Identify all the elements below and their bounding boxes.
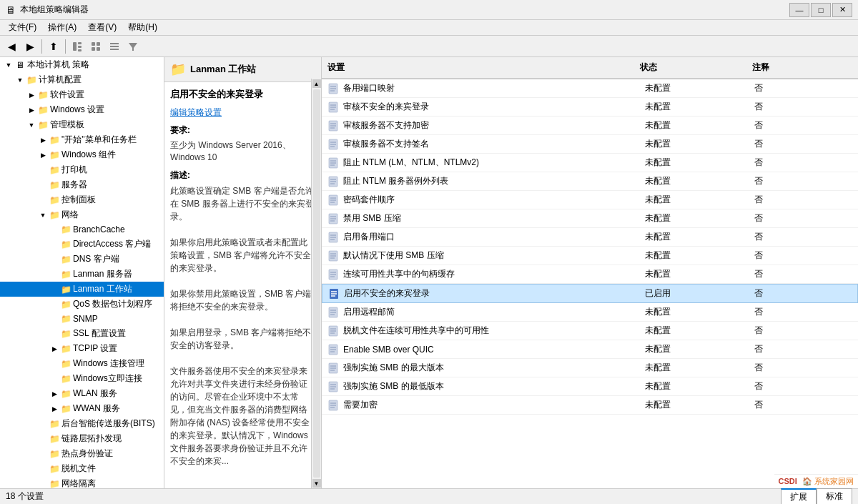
menu-file[interactable]: 文件(F) — [3, 20, 42, 35]
tree-hotspot[interactable]: ▶ 📁 热点身份验证 — [0, 446, 164, 461]
toolbar-btn2[interactable] — [87, 38, 104, 55]
setting-icon — [326, 398, 340, 412]
settings-row[interactable]: 审核不安全的来宾登录未配置否 — [322, 98, 858, 117]
settings-row[interactable]: 强制实施 SMB 的最大版本未配置否 — [322, 359, 858, 377]
settings-row[interactable]: 启用备用端口未配置否 — [322, 228, 858, 247]
settings-row[interactable]: 密码套件顺序未配置否 — [322, 191, 858, 209]
tree-admin-template[interactable]: ▼ 📁 管理模板 — [0, 117, 164, 132]
setting-icon — [326, 230, 340, 244]
scroll-up-btn[interactable]: ▲ — [312, 79, 321, 88]
settings-row[interactable]: 审核服务器不支持签名未配置否 — [322, 135, 858, 154]
tree-win-conn-mgmt[interactable]: ▶ 📁 Windows 连接管理 — [0, 356, 164, 371]
row-note: 否 — [749, 267, 858, 282]
middle-scrollbar[interactable]: ▲ ▼ — [311, 79, 321, 488]
tree-directaccess[interactable]: ▶ 📁 DirectAccess 客户端 — [0, 237, 164, 252]
toolbar: ◀ ▶ ⬆ — [0, 36, 858, 57]
tree-server[interactable]: ▶ 📁 服务器 — [0, 177, 164, 192]
toolbar-back[interactable]: ◀ — [3, 38, 20, 55]
toolbar-show-hide-tree[interactable] — [69, 38, 86, 55]
tab-standard[interactable]: 标准 — [817, 488, 852, 504]
toolbar-btn3[interactable] — [106, 38, 123, 55]
minimize-button[interactable]: — — [789, 3, 809, 17]
row-note: 否 — [749, 155, 858, 170]
expand-dns: ▶ — [49, 254, 60, 265]
settings-row[interactable]: 禁用 SMB 压缩未配置否 — [322, 209, 858, 228]
row-name: 审核服务器不支持签名 — [340, 137, 639, 152]
tree-software[interactable]: ▶ 📁 软件设置 — [0, 87, 164, 102]
expand-tcp: ▶ — [49, 343, 60, 355]
settings-row[interactable]: 启用不安全的来宾登录已启用否 — [322, 284, 858, 303]
watermark: CSDI 🏠 系统家园网 — [774, 474, 858, 488]
right-panel-header: 设置 状态 注释 — [322, 57, 858, 79]
settings-row[interactable]: 连续可用性共享中的句柄缓存未配置否 — [322, 265, 858, 284]
tab-expand[interactable]: 扩展 — [781, 488, 817, 504]
settings-row[interactable]: 需要加密未配置否 — [322, 396, 858, 415]
row-note: 否 — [749, 305, 858, 320]
row-status: 未配置 — [639, 267, 749, 282]
folder-wwan-icon: 📁 — [60, 403, 72, 415]
folder-printer-icon: 📁 — [49, 164, 60, 176]
tree-dns[interactable]: ▶ 📁 DNS 客户端 — [0, 252, 164, 267]
settings-row[interactable]: 启用远程邮简未配置否 — [322, 303, 858, 322]
desc-text: 此策略设置确定 SMB 客户端是否允许在 SMB 服务器上进行不安全的来宾登录。… — [170, 184, 315, 468]
middle-header: 📁 Lanman 工作站 — [164, 57, 321, 82]
tree-branchcache[interactable]: ▶ 📁 BranchCache — [0, 222, 164, 237]
row-status: 未配置 — [639, 229, 749, 244]
settings-row[interactable]: 默认情况下使用 SMB 压缩未配置否 — [322, 247, 858, 265]
close-button[interactable]: ✕ — [832, 3, 852, 17]
tree-win-components[interactable]: ▶ 📁 Windows 组件 — [0, 147, 164, 162]
folder-hot-icon: 📁 — [49, 448, 60, 460]
row-name: 脱机文件在连续可用性共享中的可用性 — [340, 323, 639, 338]
folder-ctrl-icon: 📁 — [49, 194, 60, 206]
tree-net-isolation[interactable]: ▶ 📁 网络隔离 — [0, 476, 164, 488]
toolbar-filter[interactable] — [124, 38, 142, 55]
watermark-text1: CSDI — [779, 477, 797, 485]
tree-wwan[interactable]: ▶ 📁 WWAN 服务 — [0, 401, 164, 416]
edit-policy-link[interactable]: 编辑策略设置 — [170, 107, 222, 117]
scroll-thumb[interactable] — [313, 89, 320, 478]
setting-icon — [326, 267, 340, 282]
expand-lltd: ▶ — [37, 433, 49, 445]
row-status: 未配置 — [639, 81, 749, 96]
middle-content: 启用不安全的来宾登录 编辑策略设置 要求: 至少为 Windows Server… — [164, 82, 321, 473]
left-panel-tree: ▼ 🖥 本地计算机 策略 ▼ 📁 计算机配置 ▶ 📁 软件设置 ▶ 📁 Wind… — [0, 57, 164, 488]
tree-lltd[interactable]: ▶ 📁 链路层拓扑发现 — [0, 431, 164, 446]
row-status: 未配置 — [639, 192, 749, 207]
tree-lanman-workstation[interactable]: ▶ 📁 Lanman 工作站 — [0, 282, 164, 297]
toolbar-up[interactable]: ⬆ — [45, 38, 62, 55]
settings-row[interactable]: 阻止 NTLM (LM、NTLM、NTLMv2)未配置否 — [322, 154, 858, 172]
menu-view[interactable]: 查看(V) — [82, 20, 122, 35]
tree-control-panel[interactable]: ▶ 📁 控制面板 — [0, 192, 164, 207]
toolbar-forward[interactable]: ▶ — [21, 38, 39, 55]
tree-wlan[interactable]: ▶ 📁 WLAN 服务 — [0, 386, 164, 401]
settings-row[interactable]: 阻止 NTLM 服务器例外列表未配置否 — [322, 172, 858, 191]
expand-bc: ▶ — [49, 224, 60, 235]
middle-panel-title: Lanman 工作站 — [190, 63, 256, 76]
scroll-down-btn[interactable]: ▼ — [312, 479, 321, 488]
tree-printer[interactable]: ▶ 📁 打印机 — [0, 162, 164, 177]
tree-start-menu[interactable]: ▶ 📁 "开始"菜单和任务栏 — [0, 132, 164, 147]
tree-win-instant-connect[interactable]: ▶ 📁 Windows立即连接 — [0, 371, 164, 386]
tree-network[interactable]: ▼ 📁 网络 — [0, 207, 164, 222]
expand-winset: ▶ — [26, 104, 37, 116]
view-icon — [90, 41, 102, 52]
tree-windows-settings[interactable]: ▶ 📁 Windows 设置 — [0, 102, 164, 117]
tree-ssl[interactable]: ▶ 📁 SSL 配置设置 — [0, 326, 164, 341]
settings-row[interactable]: Enable SMB over QUIC未配置否 — [322, 340, 858, 359]
settings-row[interactable]: 强制实施 SMB 的最低版本未配置否 — [322, 377, 858, 396]
tree-snmp[interactable]: ▶ 📁 SNMP — [0, 312, 164, 326]
menu-help[interactable]: 帮助(H) — [122, 20, 163, 35]
tree-bits[interactable]: ▶ 📁 后台智能传送服务(BITS) — [0, 416, 164, 431]
menu-action[interactable]: 操作(A) — [42, 20, 82, 35]
row-note: 否 — [749, 248, 858, 263]
tree-tcpip[interactable]: ▶ 📁 TCPIP 设置 — [0, 341, 164, 356]
tree-root[interactable]: ▼ 🖥 本地计算机 策略 — [0, 57, 164, 72]
maximize-button[interactable]: □ — [811, 3, 831, 17]
tree-offline[interactable]: ▶ 📁 脱机文件 — [0, 461, 164, 476]
settings-row[interactable]: 脱机文件在连续可用性共享中的可用性未配置否 — [322, 322, 858, 340]
settings-row[interactable]: 备用端口映射未配置否 — [322, 79, 858, 98]
tree-lanman-server[interactable]: ▶ 📁 Lanman 服务器 — [0, 267, 164, 282]
settings-row[interactable]: 审核服务器不支持加密未配置否 — [322, 117, 858, 135]
tree-computer-config[interactable]: ▼ 📁 计算机配置 — [0, 72, 164, 87]
tree-qos[interactable]: ▶ 📁 QoS 数据包计划程序 — [0, 297, 164, 312]
